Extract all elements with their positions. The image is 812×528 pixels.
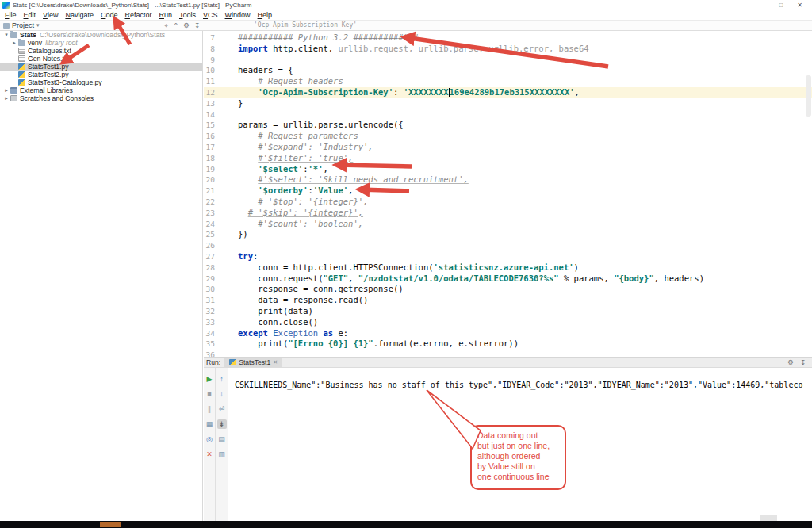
code-line-10[interactable]: 10headers = { [204, 65, 812, 76]
code-line-18[interactable]: 18 #'$filter': 'true', [204, 153, 812, 164]
clear-all-icon[interactable]: ▥ [217, 450, 227, 459]
code-line-32[interactable]: 32 print(data) [204, 306, 812, 317]
print-icon[interactable]: ▤ [217, 434, 227, 444]
settings-gear-icon[interactable]: ⚙ [787, 358, 794, 366]
code-line-22[interactable]: 22 # '$top': '{integer}', [204, 197, 812, 208]
editor-breadcrumb[interactable]: 'Ocp-Apim-Subscription-Key' [254, 21, 357, 29]
code-line-13[interactable]: 13} [204, 98, 812, 109]
tree-item-catalogues-txt[interactable]: Catalogues.txt [0, 47, 202, 55]
menu-code[interactable]: Code [101, 11, 118, 19]
minimize-button[interactable]: — [758, 2, 764, 9]
code-line-26[interactable]: 26 [204, 240, 812, 251]
code-line-28[interactable]: 28 conn = http.client.HTTPSConnection('s… [204, 262, 812, 274]
tree-item-stats[interactable]: ▾StatsC:\Users\drake\Downloads\_Python\S… [0, 31, 202, 39]
code-line-31[interactable]: 31 data = response.read() [204, 295, 812, 306]
code-line-16[interactable]: 16 # Request parameters [204, 131, 812, 142]
code-line-20[interactable]: 20 #'$select': 'Skill needs and recruitm… [204, 174, 812, 186]
code-line-15[interactable]: 15params = urllib.parse.urlencode({ [204, 120, 812, 131]
chevron-right-icon[interactable]: ▸ [11, 39, 17, 47]
annotation-callout: Data coming outbut just on one line,alth… [470, 425, 566, 490]
tab-close-icon[interactable]: ✕ [273, 359, 278, 365]
menu-tools[interactable]: Tools [179, 11, 196, 19]
code-line-27[interactable]: 27try: [204, 251, 812, 262]
chevron-down-icon[interactable]: ▾ [3, 31, 10, 39]
code-line-7[interactable]: 7########### Python 3.2 ############# [204, 33, 812, 44]
hide-panel-icon[interactable]: ↧ [194, 21, 200, 30]
maximize-button[interactable]: □ [779, 2, 783, 9]
close-button[interactable]: ✕ [797, 2, 802, 9]
line-number: 23 [204, 208, 215, 219]
code-line-8[interactable]: 8import http.client, urllib.request, url… [204, 44, 812, 55]
tree-item-statstest3-catalogue-py[interactable]: StatsTest3-Catalogue.py [0, 78, 202, 86]
chevron-right-icon[interactable]: ▸ [3, 94, 10, 102]
pin-tab-icon[interactable]: ◎ [205, 434, 214, 444]
code-line-29[interactable]: 29 conn.request("GET", "/nzdotstat/v1.0/… [204, 274, 812, 285]
locate-file-icon[interactable]: ⌖ [164, 21, 168, 30]
scroll-to-end-icon[interactable]: ⇟ [217, 419, 227, 429]
code-line-35[interactable]: 35 print("[Errno {0}] {1}".format(e.errn… [204, 339, 812, 350]
restore-layout-icon[interactable]: ▦ [205, 419, 214, 429]
code-line-17[interactable]: 17 #'$expand': 'Industry', [204, 142, 812, 153]
code-line-33[interactable]: 33 conn.close() [204, 317, 812, 328]
code-line-11[interactable]: 11 # Request headers [204, 76, 812, 87]
run-tab-statstest1[interactable]: StatsTest1 ✕ [224, 358, 282, 367]
tree-item-gen-notes-txt[interactable]: Gen Notes.txt [0, 55, 202, 63]
run-label: Run: [204, 358, 224, 366]
menu-file[interactable]: File [5, 11, 17, 19]
pause-output-icon[interactable]: ∥ [205, 404, 214, 414]
code-editor[interactable]: 7########### Python 3.2 #############8im… [204, 31, 812, 357]
menu-vcs[interactable]: VCS [203, 11, 218, 19]
callout-text-line: by Value still on [477, 461, 559, 472]
line-number: 17 [204, 142, 215, 153]
taskbar-accent [100, 522, 121, 527]
menu-bar: FileEditViewNavigateCodeRefactorRunTools… [0, 10, 812, 20]
python-icon [18, 63, 25, 70]
up-stack-trace-icon[interactable]: ↑ [217, 374, 227, 384]
code-line-25[interactable]: 25}) [204, 229, 812, 240]
tree-item-statstest2-py[interactable]: StatsTest2.py [0, 71, 202, 78]
line-number: 32 [204, 306, 215, 317]
text-icon [18, 55, 25, 62]
collapse-all-icon[interactable]: ⌃ [173, 21, 178, 30]
code-line-19[interactable]: 19 '$select':'*', [204, 164, 812, 175]
code-line-21[interactable]: 21 '$orderby':'Value', [204, 186, 812, 197]
menu-view[interactable]: View [43, 11, 58, 19]
tree-item-statstest1-py[interactable]: StatsTest1.py [0, 63, 202, 71]
code-line-24[interactable]: 24 #'$count': 'boolean', [204, 219, 812, 230]
editor-scrollbar[interactable] [806, 75, 811, 117]
code-line-34[interactable]: 34except Exception as e: [204, 328, 812, 339]
line-number: 20 [204, 174, 215, 186]
stop-icon[interactable]: ■ [205, 389, 214, 399]
tree-item-external-libraries[interactable]: ▸External Libraries [0, 86, 202, 94]
line-number: 33 [204, 317, 215, 328]
menu-refactor[interactable]: Refactor [124, 11, 151, 19]
tree-item-venv[interactable]: ▸venvlibrary root [0, 39, 202, 47]
menu-navigate[interactable]: Navigate [65, 11, 94, 19]
soft-wrap-icon[interactable]: ⏎ [217, 404, 227, 414]
tree-item-scratches-and-consoles[interactable]: ▸Scratches and Consoles [0, 94, 202, 102]
close-icon[interactable]: ✕ [205, 450, 214, 459]
settings-gear-icon[interactable]: ⚙ [183, 21, 190, 30]
rerun-icon[interactable]: ▶ [205, 374, 214, 384]
code-line-23[interactable]: 23 # '$skip': '{integer}', [204, 208, 812, 219]
chevron-right-icon[interactable]: ▸ [3, 86, 10, 94]
code-line-30[interactable]: 30 response = conn.getresponse() [204, 284, 812, 295]
line-number: 24 [204, 219, 215, 230]
project-panel-title[interactable]: Project ▾ [3, 21, 40, 29]
code-line-36[interactable]: 36 [204, 350, 812, 357]
tree-item-label: Gen Notes.txt [28, 55, 70, 63]
menu-help[interactable]: Help [258, 11, 273, 19]
line-number: 15 [204, 120, 215, 131]
down-stack-trace-icon[interactable]: ↓ [217, 389, 227, 399]
code-line-9[interactable]: 9 [204, 55, 812, 66]
code-line-12[interactable]: 12 'Ocp-Apim-Subscription-Key': 'XXXXXXX… [204, 87, 812, 98]
hide-panel-icon[interactable]: ↧ [800, 358, 806, 366]
callout-text-line: Data coming out [477, 430, 559, 441]
code-line-14[interactable]: 14 [204, 109, 812, 121]
tree-item-label: Stats [20, 31, 36, 39]
project-tree: ▾StatsC:\Users\drake\Downloads\_Python\S… [0, 31, 202, 102]
menu-run[interactable]: Run [159, 11, 172, 19]
menu-window[interactable]: Window [225, 11, 251, 19]
menu-edit[interactable]: Edit [24, 11, 36, 19]
header-strip: Project ▾ ⌖⌃⚙↧ 'Ocp-Apim-Subscription-Ke… [0, 20, 812, 31]
